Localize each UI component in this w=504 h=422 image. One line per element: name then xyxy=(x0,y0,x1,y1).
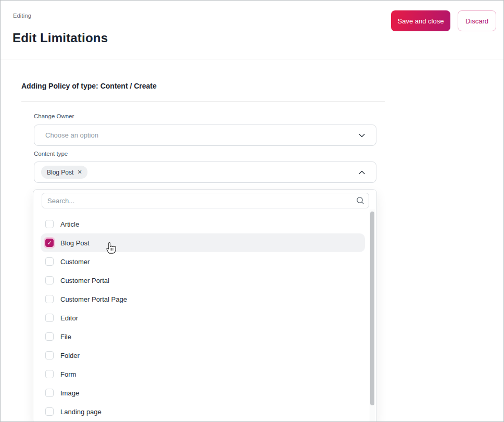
option-label: Landing page xyxy=(60,408,102,416)
content-type-option-row[interactable]: Form xyxy=(41,365,365,383)
content-type-option-row[interactable]: Landing page xyxy=(41,402,365,421)
page-title: Edit Limitations xyxy=(12,31,108,45)
option-checkbox[interactable]: ✓ xyxy=(45,239,54,247)
option-checkbox[interactable] xyxy=(45,257,54,266)
option-checkbox[interactable] xyxy=(45,220,54,228)
option-checkbox[interactable] xyxy=(45,407,54,416)
content-type-select[interactable]: Blog Post ✕ xyxy=(34,162,376,183)
content-type-dropdown-panel: Article ✓ Blog Post Customer Customer Po… xyxy=(33,189,377,422)
option-label: Customer Portal xyxy=(60,277,109,284)
option-checkbox[interactable] xyxy=(45,351,54,359)
content-type-option-row[interactable]: ✓ Blog Post xyxy=(41,233,365,252)
content-type-option-row[interactable]: Editor xyxy=(41,308,365,327)
change-owner-select[interactable]: Choose an option xyxy=(34,125,376,146)
chevron-up-icon xyxy=(357,168,367,177)
options-list: Article ✓ Blog Post Customer Customer Po… xyxy=(41,215,365,421)
edit-limitations-window: Editing Edit Limitations Save and close … xyxy=(0,0,504,422)
search-input[interactable] xyxy=(42,193,369,208)
option-checkbox[interactable] xyxy=(45,332,54,341)
header-divider xyxy=(1,59,503,59)
content-type-option-row[interactable]: Article xyxy=(41,215,365,233)
content-type-option-row[interactable]: Customer Portal xyxy=(41,271,365,290)
option-label: Image xyxy=(60,389,79,397)
option-label: Blog Post xyxy=(60,239,90,247)
breadcrumb: Editing xyxy=(13,13,31,19)
content-type-option-row[interactable]: Customer Portal Page xyxy=(41,290,365,308)
discard-button[interactable]: Discard xyxy=(458,10,496,31)
option-checkbox[interactable] xyxy=(45,389,54,397)
scrollbar-thumb[interactable] xyxy=(370,212,374,405)
option-label: Customer Portal Page xyxy=(60,295,127,303)
option-checkbox[interactable] xyxy=(45,370,54,378)
option-checkbox[interactable] xyxy=(45,276,54,284)
option-label: Editor xyxy=(60,314,78,322)
content-type-option-row[interactable]: Image xyxy=(41,383,365,402)
chevron-down-icon xyxy=(357,131,367,140)
option-checkbox[interactable] xyxy=(45,314,54,322)
option-label: Article xyxy=(60,220,79,228)
content-type-label: Content type xyxy=(34,151,68,157)
chip-label: Blog Post xyxy=(47,169,73,176)
content-type-option-row[interactable]: File xyxy=(41,327,365,346)
option-label: Customer xyxy=(60,258,90,266)
save-and-close-button[interactable]: Save and close xyxy=(391,10,450,31)
change-owner-placeholder: Choose an option xyxy=(45,131,98,139)
search-icon xyxy=(356,196,365,205)
change-owner-label: Change Owner xyxy=(34,113,74,119)
option-checkbox[interactable] xyxy=(45,295,54,303)
content-type-option-row[interactable]: Folder xyxy=(41,346,365,365)
content-type-option-row[interactable]: Customer xyxy=(41,252,365,271)
option-label: Form xyxy=(60,370,76,378)
section-divider xyxy=(21,101,385,102)
option-label: Folder xyxy=(60,352,80,359)
chip-remove-icon[interactable]: ✕ xyxy=(77,169,82,175)
option-label: File xyxy=(60,333,71,341)
selected-chip-blog-post[interactable]: Blog Post ✕ xyxy=(41,166,87,179)
section-title: Adding Policy of type: Content / Create xyxy=(21,82,157,90)
